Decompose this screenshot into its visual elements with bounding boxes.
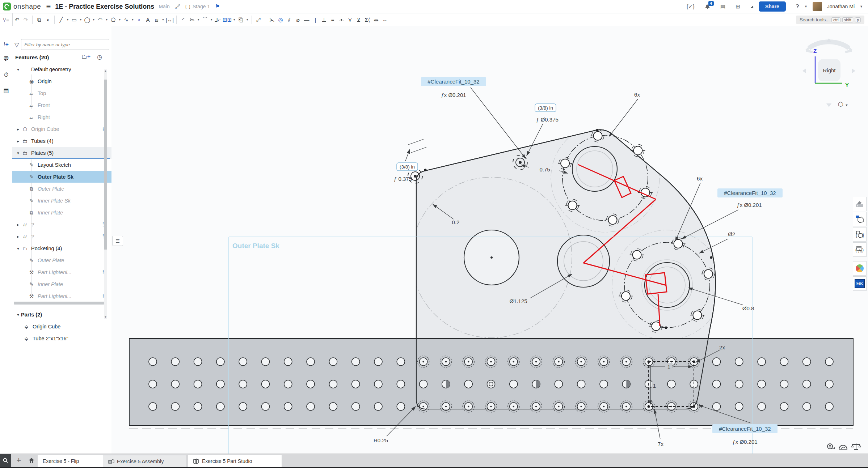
dxf-import-tool[interactable]: ⎗ (237, 15, 245, 25)
midpoint-constraint[interactable]: -•- (337, 15, 345, 25)
fillet-tool[interactable]: ◜ (179, 15, 187, 25)
offset-tool-caret[interactable]: ▼ (210, 18, 213, 21)
measure-tool[interactable]: ⤢ (254, 15, 262, 25)
tab-exercise5-flip[interactable]: Exercise 5 - Flip (38, 455, 110, 467)
feature-row[interactable]: ▸✎Outer Plate Sk (12, 171, 116, 183)
feature-row[interactable]: ▸▱Front (12, 99, 116, 111)
rectangle-tool[interactable]: ▭ (70, 15, 78, 25)
render-studio-button[interactable] (853, 212, 867, 226)
trim-tool-caret[interactable]: ▼ (197, 18, 200, 21)
branch-name[interactable]: Main (159, 4, 169, 9)
tab-exercise5-part-studio[interactable]: Exercise 5 Part Studio (188, 455, 282, 468)
polygon-tool-caret[interactable]: ▼ (118, 18, 121, 21)
share-button[interactable]: Share (759, 1, 786, 12)
apps-grid-icon[interactable]: ⊞ (736, 3, 740, 10)
rectangle-tool-caret[interactable]: ▼ (79, 18, 82, 21)
tab-search-button[interactable] (0, 454, 11, 467)
equal-constraint[interactable]: = (329, 15, 337, 25)
part-row[interactable]: ▸⬙Origin Cube (12, 321, 116, 332)
feature-row[interactable]: ▸⚒Part Lighteni...⁞ (12, 290, 116, 302)
horizontal-constraint[interactable]: — (303, 15, 311, 25)
dim-02[interactable]: 0.2 (452, 219, 460, 225)
view-options-caret[interactable]: ▼ (845, 103, 848, 107)
dim-clearance-bottom[interactable]: #ClearanceFit_10_32 (719, 426, 771, 432)
point-tool[interactable]: ∘ (135, 15, 143, 25)
rollback-icon[interactable]: ◖ (44, 15, 52, 25)
feature-row[interactable]: ▸▱Top (12, 88, 116, 99)
line-tool[interactable]: ╱ (57, 15, 65, 25)
help-icon[interactable]: ❓︎ (796, 3, 799, 10)
new-folder-icon[interactable]: 🗀︎+ (81, 54, 90, 60)
feature-row[interactable]: ▸⬡Origin Cube⁞ (12, 123, 116, 135)
tree-horizontal-scrollbar[interactable] (14, 302, 104, 305)
new-tab-button[interactable]: + (14, 455, 24, 465)
app-colored-wheel-button[interactable] (853, 261, 867, 276)
rollback-clock-icon[interactable]: ◷ (97, 54, 102, 60)
feature-row[interactable]: ▸⌭?⁞ (12, 219, 116, 230)
workspace-name[interactable]: Stage 1 (193, 4, 210, 9)
tree-caret-icon[interactable]: ▸ (15, 139, 21, 144)
dim-38in-left[interactable]: (3/8) in (400, 164, 415, 170)
tangent-constraint[interactable]: ⌀ (294, 15, 302, 25)
trim-tool[interactable]: ✄ (188, 15, 196, 25)
normal-constraint[interactable]: ⊻ (355, 15, 363, 25)
bom-checklist-icon[interactable]: ▤ (0, 85, 12, 95)
tape-measure-icon[interactable] (826, 443, 835, 452)
feature-list-toggle[interactable]: ⑂≡ (0, 13, 13, 26)
protractor-icon[interactable] (838, 443, 848, 452)
tree-caret-icon[interactable]: ▸ (15, 127, 21, 132)
featurescript-icon[interactable]: {✓} (687, 3, 695, 10)
dxf-tool-caret[interactable]: ▼ (246, 18, 249, 21)
appearance-panel-button[interactable] (853, 197, 867, 211)
workspace-folder-icon[interactable]: ▢ (185, 3, 190, 10)
overflow-dots-icon[interactable]: ⁞ (102, 293, 104, 299)
search-tools-button[interactable]: Search tools... ctrl shift p (796, 16, 864, 24)
feature-row[interactable]: ▸✎Layout Sketch (12, 159, 116, 171)
spline-tool-caret[interactable]: ▼ (131, 18, 134, 21)
overflow-dots-icon[interactable]: ⁞ (102, 126, 104, 132)
overflow-dots-icon[interactable]: ⁞ (102, 222, 104, 227)
user-menu-caret-icon[interactable]: ▼ (860, 5, 863, 8)
feature-row[interactable]: ▸◉Origin (12, 76, 116, 87)
dim-clearance-top[interactable]: #ClearanceFit_10_32 (427, 78, 479, 85)
vertical-constraint[interactable]: | (311, 15, 319, 25)
dim-dia1125[interactable]: Ø1.125 (509, 298, 527, 304)
tree-caret-icon[interactable]: ▾ (15, 151, 21, 156)
arc-tool[interactable]: ◠ (96, 15, 104, 25)
filter-funnel-icon[interactable]: ▽ (14, 41, 19, 48)
dim-dia201-top[interactable]: ƒx Ø0.201 (441, 92, 466, 98)
pattern-tool-caret[interactable]: ▼ (233, 18, 236, 21)
tree-vertical-scrollbar[interactable]: ▲▼ (104, 69, 107, 319)
undo-button[interactable]: ↶ (13, 15, 21, 25)
spline-tool[interactable]: ∿ (122, 15, 130, 25)
tree-caret-icon[interactable]: ▸ (15, 222, 21, 227)
dim-1-vertical[interactable]: 1 (653, 383, 656, 389)
notifications-bell-icon[interactable]: 🔔︎ 4 (705, 4, 710, 10)
tree-caret-icon[interactable]: ▾ (15, 67, 21, 72)
rotate-arc-icon[interactable] (809, 42, 849, 48)
link-icon[interactable]: 🔗︎ (175, 4, 180, 10)
dim-dia08[interactable]: Ø0.8 (742, 305, 754, 311)
feature-row[interactable]: ▸⧉Outer Plate (12, 183, 116, 195)
publish-flag-icon[interactable]: ⚑ (215, 3, 220, 10)
feature-row[interactable]: ▾🗀Plates (5) (12, 147, 116, 159)
coincident-constraint[interactable]: ⋋ (268, 15, 276, 25)
offset-tool[interactable]: ⌒ (201, 15, 209, 25)
dim-dia201-right[interactable]: ƒx Ø0.201 (737, 202, 762, 208)
symmetric-constraint[interactable]: Σ⟨ (363, 15, 371, 25)
dim-075[interactable]: 0.75 (539, 166, 550, 173)
use-project-tool[interactable]: ⧈ (153, 15, 161, 25)
app-mk-button[interactable]: MK (853, 276, 867, 291)
redo-button[interactable]: ↷ (22, 15, 30, 25)
mirror-tool[interactable]: ⅃⌐ (214, 15, 222, 25)
pierce-constraint[interactable]: ⋎ (346, 15, 354, 25)
document-title[interactable]: 1E - Practice Exercise Solutions (55, 3, 154, 10)
feature-row[interactable]: ▸⚒Part Lighteni...⁞ (12, 267, 116, 278)
dim-375-left[interactable]: ƒ 0.375 (394, 176, 412, 182)
comments-icon[interactable]: 💬︎ (0, 54, 12, 64)
solid-model-icon[interactable]: ⧉ (35, 15, 43, 25)
dim-dia375-top[interactable]: ƒ Ø0.375 (536, 116, 559, 123)
dimension-list-toggle[interactable]: ☰ (112, 236, 123, 246)
app-cube-braces-button[interactable]: {} (853, 227, 867, 242)
main-menu-icon[interactable]: ≡ (46, 2, 51, 11)
